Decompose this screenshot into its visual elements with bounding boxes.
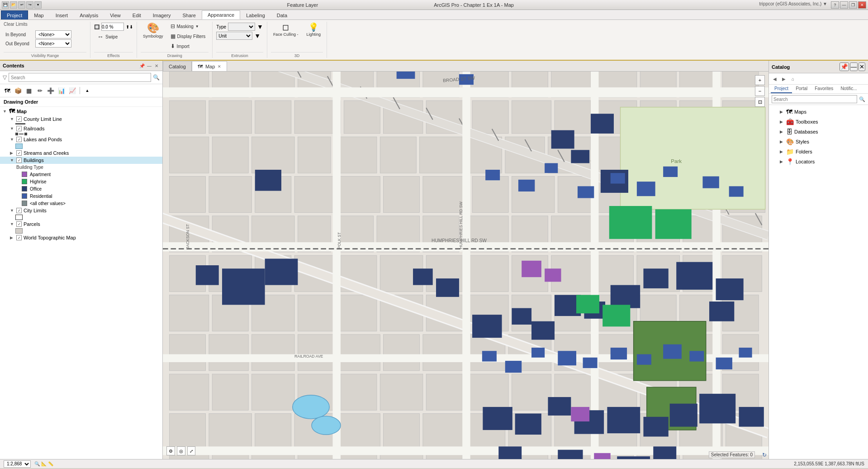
tab-appearance[interactable]: Appearance bbox=[202, 10, 240, 19]
layer-buildings[interactable]: ▼ Buildings bbox=[0, 157, 162, 164]
city-limits-checkbox[interactable] bbox=[16, 208, 22, 213]
map-expand-icon[interactable]: ▼ bbox=[3, 109, 7, 114]
catalog-tab-project[interactable]: Project bbox=[771, 85, 792, 93]
catalog-tab-favorites[interactable]: Favorites bbox=[811, 85, 837, 93]
add-layer-btn[interactable]: 🗺 bbox=[3, 86, 12, 95]
tab-analysis[interactable]: Analysis bbox=[74, 10, 104, 19]
catalog-item-locators[interactable]: ▶ 📍 Locators bbox=[769, 157, 868, 167]
contents-pin-btn[interactable]: 📌 bbox=[139, 62, 145, 69]
lakes-expand[interactable]: ▼ bbox=[10, 137, 14, 142]
parcels-expand[interactable]: ▼ bbox=[10, 222, 14, 226]
bar-chart-btn[interactable]: 📈 bbox=[68, 86, 77, 95]
masking-btn[interactable]: ⊟ Masking ▼ bbox=[167, 22, 209, 31]
catalog-home-btn[interactable]: ⌂ bbox=[789, 75, 797, 83]
locators-expand-icon[interactable]: ▶ bbox=[780, 159, 784, 164]
save-icon[interactable]: 💾 bbox=[2, 1, 9, 9]
catalog-item-toolboxes[interactable]: ▶ 🧰 Toolboxes bbox=[769, 117, 868, 127]
filter-icon[interactable]: ▽ bbox=[3, 74, 7, 81]
layer-parcels[interactable]: ▼ Parcels bbox=[0, 220, 162, 228]
layer-railroads[interactable]: ▼ Railroads bbox=[0, 125, 162, 132]
map-tools-btn[interactable]: ⚙ bbox=[166, 446, 175, 455]
extrusion-type-select[interactable] bbox=[228, 23, 255, 31]
user-label[interactable]: trippcor (eGIS Associates, Inc.) ▼ bbox=[759, 1, 827, 9]
databases-expand-icon[interactable]: ▶ bbox=[780, 129, 784, 134]
layer-world-topo[interactable]: ▶ World Topographic Map bbox=[0, 234, 162, 241]
catalog-item-styles[interactable]: ▶ 🎨 Styles bbox=[769, 137, 868, 147]
map-tab-close[interactable]: ✕ bbox=[218, 64, 221, 69]
tab-insert[interactable]: Insert bbox=[50, 10, 74, 19]
styles-expand-icon[interactable]: ▶ bbox=[780, 139, 784, 144]
parcels-checkbox[interactable] bbox=[16, 221, 22, 227]
tab-view[interactable]: View bbox=[104, 10, 127, 19]
more-icon[interactable]: ▾ bbox=[34, 1, 42, 9]
county-limit-checkbox[interactable] bbox=[16, 116, 22, 122]
close-button[interactable]: ✕ bbox=[858, 1, 866, 9]
extrusion-dropdown[interactable]: ▼ bbox=[257, 23, 263, 30]
world-topo-expand[interactable]: ▶ bbox=[10, 235, 14, 240]
folders-expand-icon[interactable]: ▶ bbox=[780, 149, 784, 154]
catalog-tab-portal[interactable]: Portal bbox=[792, 85, 811, 93]
add-item-btn[interactable]: ➕ bbox=[46, 86, 55, 95]
filter-layers-btn[interactable]: ▦ bbox=[24, 86, 33, 95]
tab-share[interactable]: Share bbox=[177, 10, 202, 19]
city-limits-expand[interactable]: ▼ bbox=[10, 208, 14, 213]
open-icon[interactable]: 📂 bbox=[10, 1, 17, 9]
contents-minimize-btn[interactable]: — bbox=[146, 62, 152, 69]
display-filters-btn[interactable]: ▦ Display Filters bbox=[167, 32, 209, 41]
face-culling-btn[interactable]: ◻ Face Culling - bbox=[271, 22, 301, 38]
railroads-expand[interactable]: ▼ bbox=[10, 126, 14, 131]
tab-project[interactable]: Project bbox=[1, 10, 28, 19]
layer-county-limit[interactable]: ▼ County Limit Line bbox=[0, 115, 162, 123]
refresh-map-btn[interactable]: ↻ bbox=[762, 452, 767, 458]
default-extent-btn[interactable]: ⊡ bbox=[755, 97, 765, 107]
tab-map[interactable]: Map bbox=[28, 10, 49, 19]
buildings-expand[interactable]: ▼ bbox=[10, 158, 14, 163]
locate-btn[interactable]: ◎ bbox=[177, 446, 185, 455]
catalog-search-icon[interactable]: 🔍 bbox=[859, 96, 865, 102]
minimize-button[interactable]: — bbox=[840, 1, 848, 9]
county-limit-expand[interactable]: ▼ bbox=[10, 117, 14, 121]
opacity-input[interactable] bbox=[101, 23, 124, 31]
in-beyond-select[interactable]: <None> bbox=[35, 30, 71, 38]
zoom-out-btn[interactable]: − bbox=[755, 86, 765, 96]
layer-city-limits[interactable]: ▼ City Limits bbox=[0, 207, 162, 214]
tab-catalog[interactable]: Catalog bbox=[163, 61, 192, 71]
redo-icon[interactable]: ↪ bbox=[26, 1, 33, 9]
tab-edit[interactable]: Edit bbox=[127, 10, 147, 19]
catalog-item-folders[interactable]: ▶ 📁 Folders bbox=[769, 147, 868, 157]
add-group-btn[interactable]: 📦 bbox=[14, 86, 23, 95]
lakes-checkbox[interactable] bbox=[16, 137, 22, 142]
clear-limits-btn[interactable]: Clear Limits bbox=[4, 22, 28, 27]
tab-map[interactable]: 🗺 Map ✕ bbox=[192, 61, 227, 71]
symbology-btn[interactable]: 🎨 Symbology bbox=[141, 22, 166, 40]
map-canvas[interactable]: Park bbox=[163, 72, 768, 459]
fullscreen-btn[interactable]: ⤢ bbox=[187, 446, 195, 455]
maps-expand-icon[interactable]: ▶ bbox=[780, 110, 784, 114]
opacity-spinner[interactable]: ⬆⬇ bbox=[126, 24, 133, 29]
world-topo-checkbox[interactable] bbox=[16, 235, 22, 240]
streams-expand[interactable]: ▶ bbox=[10, 151, 14, 155]
expand-collapse-btn[interactable]: ▲ bbox=[83, 86, 92, 95]
catalog-item-databases[interactable]: ▶ 🗄 Databases bbox=[769, 127, 868, 137]
swipe-btn[interactable]: ↔ Swipe bbox=[94, 32, 121, 42]
scale-selector[interactable]: 1:2,868 bbox=[4, 460, 31, 468]
undo-icon[interactable]: ↩ bbox=[18, 1, 25, 9]
contents-search-input[interactable] bbox=[9, 73, 151, 82]
catalog-tab-notifications[interactable]: Notific... bbox=[837, 85, 860, 93]
help-button[interactable]: ? bbox=[831, 1, 839, 9]
catalog-back-btn[interactable]: ◀ bbox=[771, 75, 779, 83]
catalog-search-input[interactable] bbox=[772, 95, 857, 103]
toolboxes-expand-icon[interactable]: ▶ bbox=[780, 120, 784, 124]
streams-checkbox[interactable] bbox=[16, 150, 22, 156]
layer-map[interactable]: ▼ 🗺 Map bbox=[0, 107, 162, 115]
layer-lakes-ponds[interactable]: ▼ Lakes and Ponds bbox=[0, 136, 162, 143]
import-btn[interactable]: ⬇ Import bbox=[167, 42, 209, 51]
layer-streams[interactable]: ▶ Streams and Creeks bbox=[0, 149, 162, 157]
tab-labeling[interactable]: Labeling bbox=[240, 10, 271, 19]
catalog-forward-btn[interactable]: ▶ bbox=[780, 75, 788, 83]
restore-button[interactable]: ❐ bbox=[849, 1, 857, 9]
tab-imagery[interactable]: Imagery bbox=[147, 10, 177, 19]
search-go-icon[interactable]: 🔍 bbox=[153, 74, 160, 81]
catalog-item-maps[interactable]: ▶ 🗺 Maps bbox=[769, 107, 868, 117]
catalog-minimize-btn[interactable]: — bbox=[850, 62, 858, 71]
